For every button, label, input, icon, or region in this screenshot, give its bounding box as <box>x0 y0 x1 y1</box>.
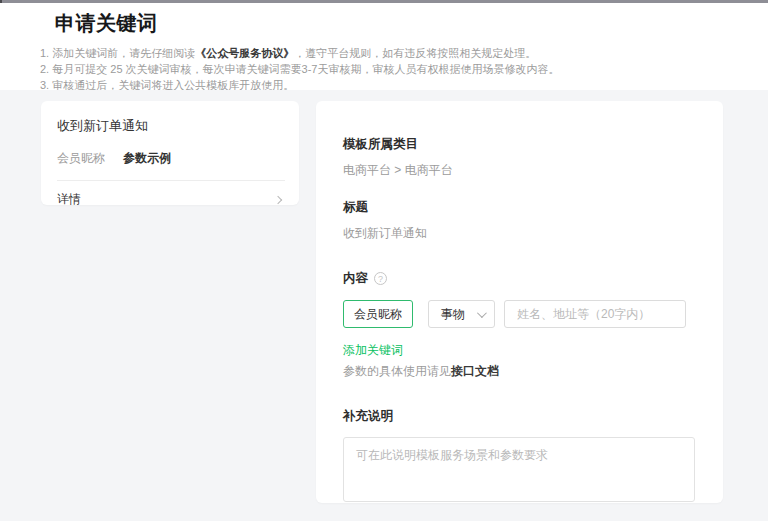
content-area: 收到新订单通知 会员昵称 参数示例 详情 模板所属类目 电商平台 > 电商平台 … <box>0 90 768 521</box>
page-header: 申请关键词 1. 添加关键词前，请先仔细阅读《公众号服务协议》，遵守平台规则，如… <box>0 3 768 90</box>
preview-divider <box>57 180 285 181</box>
param-type-select[interactable]: 事物 <box>428 300 495 328</box>
api-doc-link[interactable]: 接口文档 <box>451 364 499 378</box>
template-preview-card: 收到新订单通知 会员昵称 参数示例 详情 <box>41 101 299 205</box>
add-keyword-link[interactable]: 添加关键词 <box>343 342 403 359</box>
param-type-value: 事物 <box>441 306 465 323</box>
service-agreement-link[interactable]: 《公众号服务协议》 <box>195 47 294 59</box>
rule-1-suffix: ，遵守平台规则，如有违反将按照相关规定处理。 <box>294 47 536 59</box>
preview-param-row: 会员昵称 参数示例 <box>57 150 285 167</box>
chevron-down-icon <box>477 308 487 318</box>
category-value: 电商平台 > 电商平台 <box>343 162 695 179</box>
rule-line-2: 2. 每月可提交 25 次关键词审核，每次申请关键词需要3-7天审核期，审核人员… <box>40 61 559 77</box>
notes-label: 补充说明 <box>343 408 695 425</box>
category-label: 模板所属类目 <box>343 136 695 153</box>
content-label-text: 内容 <box>343 270 368 287</box>
keyword-application-page: 申请关键词 1. 添加关键词前，请先仔细阅读《公众号服务协议》，遵守平台规则，如… <box>0 0 768 521</box>
rule-line-1: 1. 添加关键词前，请先仔细阅读《公众号服务协议》，遵守平台规则，如有违反将按照… <box>40 45 559 61</box>
content-label: 内容 ? <box>343 270 695 287</box>
notes-textarea[interactable] <box>343 437 695 502</box>
param-example-value: 参数示例 <box>123 150 171 167</box>
preview-title: 收到新订单通知 <box>57 117 285 135</box>
keyword-input[interactable] <box>343 300 413 328</box>
doc-hint: 参数的具体使用请见接口文档 <box>343 363 695 380</box>
help-icon[interactable]: ? <box>374 272 387 285</box>
keyword-inputs-row: 事物 <box>343 300 695 328</box>
title-label: 标题 <box>343 199 695 216</box>
title-value: 收到新订单通知 <box>343 225 695 242</box>
param-label: 会员昵称 <box>57 150 105 167</box>
keyword-form-card: 模板所属类目 电商平台 > 电商平台 标题 收到新订单通知 内容 ? 事物 添加… <box>316 101 723 503</box>
detail-label: 详情 <box>57 191 81 208</box>
preview-detail-row[interactable]: 详情 <box>57 191 285 208</box>
rules-list: 1. 添加关键词前，请先仔细阅读《公众号服务协议》，遵守平台规则，如有违反将按照… <box>40 45 559 93</box>
chevron-right-icon <box>274 195 282 203</box>
rule-1-text: 1. 添加关键词前，请先仔细阅读 <box>40 47 195 59</box>
page-title: 申请关键词 <box>55 10 158 37</box>
example-input[interactable] <box>504 300 686 328</box>
doc-hint-text: 参数的具体使用请见 <box>343 364 451 378</box>
